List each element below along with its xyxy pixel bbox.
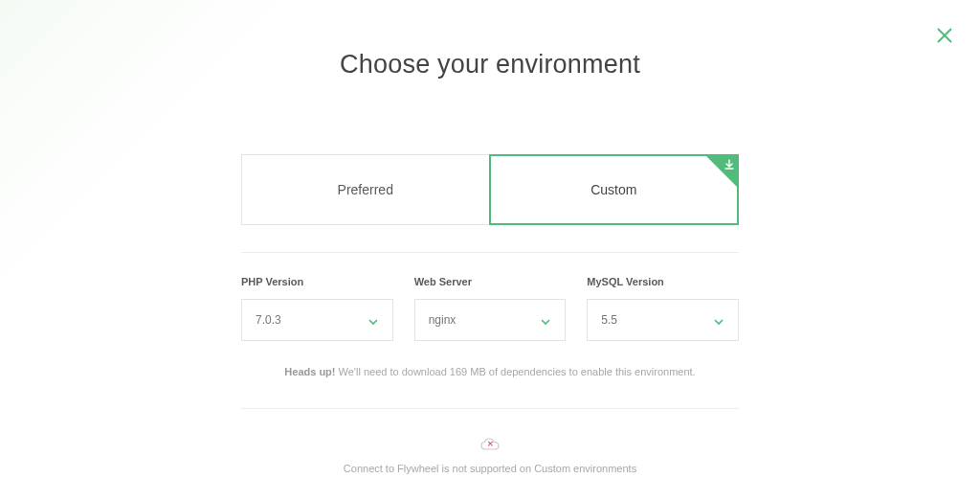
tab-custom[interactable]: Custom — [489, 154, 740, 225]
tab-custom-label: Custom — [590, 182, 636, 197]
divider — [241, 252, 739, 253]
mysql-select[interactable]: 5.5 — [587, 299, 739, 341]
php-value: 7.0.3 — [256, 313, 281, 327]
environment-tabs: Preferred Custom — [241, 154, 739, 225]
webserver-select[interactable]: nginx — [414, 299, 567, 341]
download-badge — [706, 156, 737, 187]
php-label: PHP Version — [241, 276, 393, 287]
tab-preferred[interactable]: Preferred — [241, 154, 489, 225]
mysql-control: MySQL Version 5.5 — [587, 276, 739, 341]
cloud-section: ✕ Connect to Flywheel is not supported o… — [241, 409, 739, 474]
cloud-notice-text: Connect to Flywheel is not supported on … — [241, 463, 739, 474]
webserver-control: Web Server nginx — [414, 276, 567, 341]
tab-preferred-label: Preferred — [338, 182, 393, 197]
chevron-down-icon — [713, 314, 724, 326]
chevron-down-icon — [540, 314, 551, 326]
page-title: Choose your environment — [241, 50, 739, 80]
mysql-label: MySQL Version — [587, 276, 739, 287]
php-control: PHP Version 7.0.3 — [241, 276, 393, 341]
close-icon — [936, 31, 953, 47]
cloud-error-icon: ✕ — [479, 436, 501, 453]
x-icon: ✕ — [487, 440, 494, 448]
heads-up-text: We'll need to download 169 MB of depende… — [336, 366, 696, 377]
download-icon — [724, 158, 735, 170]
heads-up-bold: Heads up! — [284, 366, 335, 377]
mysql-value: 5.5 — [601, 313, 617, 327]
close-button[interactable] — [936, 27, 953, 44]
php-select[interactable]: 7.0.3 — [241, 299, 393, 341]
webserver-value: nginx — [429, 313, 457, 327]
controls-row: PHP Version 7.0.3 Web Server nginx — [241, 276, 739, 341]
chevron-down-icon — [368, 314, 379, 326]
webserver-label: Web Server — [414, 276, 567, 287]
heads-up-notice: Heads up! We'll need to download 169 MB … — [241, 366, 739, 377]
